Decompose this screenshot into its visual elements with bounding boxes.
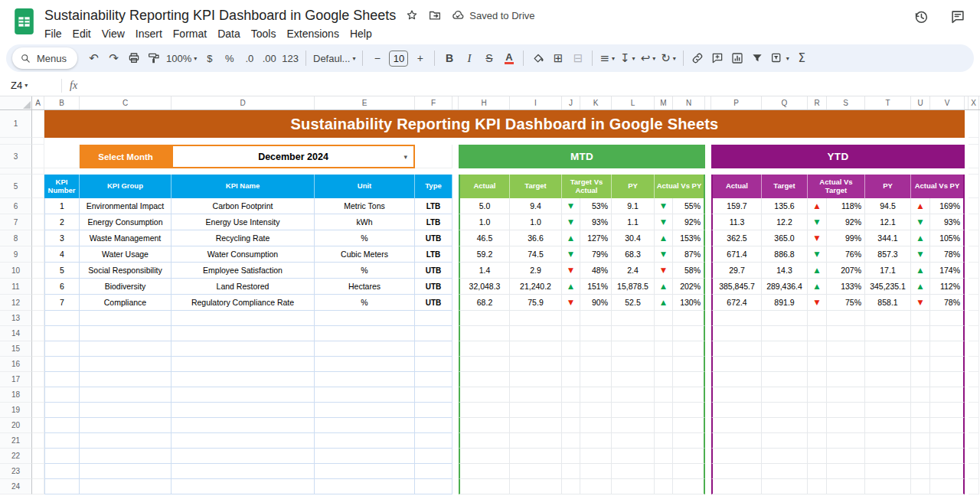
cell[interactable] (172, 357, 315, 372)
cell[interactable] (415, 326, 452, 341)
cell[interactable] (808, 464, 827, 479)
cell[interactable] (510, 403, 562, 418)
column-header-P[interactable]: P (711, 96, 762, 109)
cell[interactable] (415, 464, 452, 479)
cell[interactable] (452, 433, 459, 449)
trend-arrow-icon[interactable]: ▼ (808, 230, 827, 246)
cell-E6[interactable]: Metric Tons (315, 198, 415, 214)
cell-A20[interactable] (32, 418, 44, 433)
cell-P7[interactable]: 11.3 (711, 214, 762, 230)
cell-N6[interactable]: 55% (673, 198, 705, 214)
cell[interactable] (44, 138, 965, 145)
cell[interactable] (705, 230, 711, 246)
column-header-hidden[interactable] (452, 96, 459, 109)
cell[interactable] (315, 357, 415, 372)
cell[interactable] (705, 198, 711, 214)
cell[interactable] (911, 372, 930, 387)
cell-H10[interactable]: 1.4 (459, 263, 510, 279)
cell[interactable] (711, 311, 762, 326)
horizontal-align-select[interactable]: ≡ ▾ (597, 48, 617, 68)
cell[interactable] (673, 418, 705, 433)
cell-X12[interactable] (969, 295, 979, 311)
cell[interactable] (655, 372, 673, 387)
insert-link-button[interactable] (688, 48, 707, 68)
cell[interactable] (172, 326, 315, 341)
zoom-select[interactable]: 100% ▾ (164, 48, 199, 68)
cell[interactable] (911, 479, 930, 494)
cell-B3[interactable] (44, 145, 80, 168)
cell[interactable] (705, 326, 711, 341)
cell[interactable] (172, 372, 315, 387)
cell[interactable] (762, 341, 808, 357)
row-header-14[interactable]: 14 (0, 326, 32, 341)
cell-P11[interactable]: 385,845.7 (711, 279, 762, 295)
cell[interactable] (911, 326, 930, 341)
cell[interactable] (315, 387, 415, 403)
trend-arrow-icon[interactable]: ▲ (655, 279, 673, 295)
cell[interactable] (510, 418, 562, 433)
cell[interactable] (415, 449, 452, 464)
cell[interactable] (315, 403, 415, 418)
trend-arrow-icon[interactable]: ▲ (655, 295, 673, 311)
cell[interactable] (711, 464, 762, 479)
cell[interactable] (452, 175, 459, 198)
font-select[interactable]: Defaul... ▾ (311, 48, 358, 68)
column-header-L[interactable]: L (612, 96, 655, 109)
cell[interactable] (562, 326, 580, 341)
cell-V8[interactable]: 105% (930, 230, 965, 246)
cell-V12[interactable]: 78% (930, 295, 965, 311)
cell-Q11[interactable]: 289,436.4 (762, 279, 808, 295)
cell[interactable] (315, 311, 415, 326)
cell[interactable] (827, 326, 865, 341)
cell-A22[interactable] (32, 449, 44, 464)
cell-I10[interactable]: 2.9 (510, 263, 562, 279)
cell[interactable] (808, 449, 827, 464)
cell-S12[interactable]: 75% (827, 295, 865, 311)
cell[interactable] (612, 372, 655, 387)
cell[interactable] (580, 403, 612, 418)
cell[interactable] (930, 372, 965, 387)
cell-A10[interactable] (32, 263, 44, 279)
row-header-12[interactable]: 12 (0, 295, 32, 311)
cell[interactable] (415, 311, 452, 326)
row-header-8[interactable]: 8 (0, 230, 32, 246)
cell[interactable] (705, 175, 711, 198)
cell-L8[interactable]: 30.4 (612, 230, 655, 246)
paint-format-button[interactable] (144, 48, 163, 68)
cell-X7[interactable] (969, 214, 979, 230)
cell[interactable] (655, 449, 673, 464)
select-month-button[interactable]: Select Month (80, 145, 172, 168)
create-filter-button[interactable] (748, 48, 767, 68)
cell-A14[interactable] (32, 326, 44, 341)
menu-insert[interactable]: Insert (130, 26, 168, 41)
cell[interactable] (808, 326, 827, 341)
cell[interactable] (562, 433, 580, 449)
cell-C8[interactable]: Waste Management (80, 230, 172, 246)
cell-B10[interactable]: 5 (44, 263, 80, 279)
cell[interactable] (415, 479, 452, 494)
insert-comment-button[interactable] (708, 48, 727, 68)
cell[interactable] (452, 279, 459, 295)
cell-X20[interactable] (969, 418, 979, 433)
row-header-16[interactable]: 16 (0, 357, 32, 372)
cell-A6[interactable] (32, 198, 44, 214)
cell-T7[interactable]: 12.1 (865, 214, 911, 230)
cell[interactable] (865, 311, 911, 326)
row-header-11[interactable]: 11 (0, 279, 32, 295)
cell-E11[interactable]: Hectares (315, 279, 415, 295)
cell[interactable] (711, 433, 762, 449)
cell[interactable] (44, 479, 80, 494)
cell-C7[interactable]: Energy Consumption (80, 214, 172, 230)
cell[interactable] (612, 418, 655, 433)
cell[interactable] (459, 387, 510, 403)
select-all-corner[interactable] (0, 96, 32, 109)
cell[interactable] (452, 403, 459, 418)
cell-X18[interactable] (969, 387, 979, 403)
cell-K6[interactable]: 53% (580, 198, 612, 214)
cell[interactable] (459, 479, 510, 494)
cell-V7[interactable]: 93% (930, 214, 965, 230)
row-header-10[interactable]: 10 (0, 263, 32, 279)
cell-E9[interactable]: Cubic Meters (315, 246, 415, 263)
cell[interactable] (930, 479, 965, 494)
cell[interactable] (452, 145, 459, 168)
